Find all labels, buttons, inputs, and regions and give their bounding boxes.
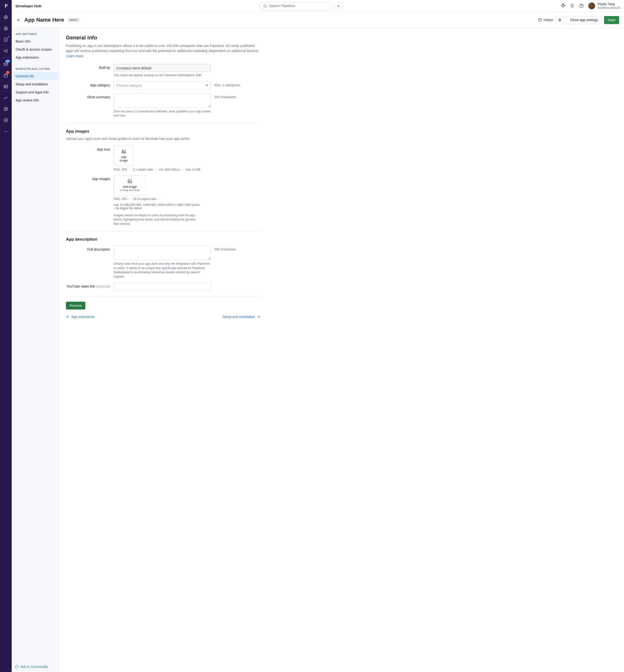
logo[interactable] <box>0 0 12 12</box>
svg-point-11 <box>264 4 266 7</box>
search-icon <box>263 4 267 8</box>
page-title: App Name Here <box>24 17 64 23</box>
nav-mail[interactable]: 27 <box>0 59 12 70</box>
page-header: App Name Here DRAFT Helper Close app set… <box>12 12 624 28</box>
svg-rect-16 <box>122 150 125 153</box>
delete-button[interactable] <box>556 16 564 24</box>
section-heading-images: App images <box>66 129 260 134</box>
search-input[interactable] <box>259 2 332 10</box>
tips-icon[interactable] <box>570 3 575 8</box>
app-images-hint: Images should be helpful to users by ill… <box>113 214 201 226</box>
nav-campaigns[interactable] <box>0 45 12 56</box>
nav-marketplace[interactable] <box>0 115 12 126</box>
youtube-field[interactable] <box>113 283 211 291</box>
built-by-label: Built by <box>66 64 110 78</box>
save-button[interactable]: Save <box>604 16 619 24</box>
chat-icon <box>15 665 19 669</box>
user-menu[interactable]: Phyllis Yang Sandbox account <box>588 2 620 9</box>
built-by-field[interactable] <box>113 64 211 72</box>
sidebar-item-oauth[interactable]: OAuth & access scopes <box>13 46 58 53</box>
youtube-label: YouTube video link (optional) <box>66 283 110 291</box>
sidebar-section-app-settings: APP SETTINGS <box>13 32 58 38</box>
svg-rect-3 <box>4 38 7 41</box>
full-description-aside: 350 characters <box>214 246 248 279</box>
svg-point-1 <box>5 17 6 18</box>
app-icon-meta: PNG, JPG• 1:1 aspect ratio• min 256×256 … <box>113 168 211 171</box>
status-badge: DRAFT <box>68 18 80 22</box>
images-lead: Upload your app's icon and visual guides… <box>66 136 260 141</box>
summary-aside: 350 characters <box>214 94 248 118</box>
user-sub: Sandbox account <box>597 6 620 9</box>
section-heading-description: App description <box>66 237 260 242</box>
image-icon <box>121 149 126 154</box>
edit-company-link[interactable]: Edit <box>196 73 201 77</box>
svg-point-10 <box>7 131 7 132</box>
close-settings-button[interactable]: Close app settings <box>566 16 602 24</box>
app-icon-upload[interactable]: Add image <box>113 146 134 166</box>
nav-calendar[interactable]: 1 <box>0 70 12 81</box>
summary-textarea[interactable] <box>113 94 211 107</box>
app-images-upload[interactable]: Add image or drag and drop <box>113 175 146 195</box>
hub-title: Developer Hub <box>16 4 41 8</box>
add-button[interactable] <box>334 2 342 10</box>
sidebar-item-setup[interactable]: Setup and installation <box>13 80 58 88</box>
general-lead: Publishing an app in our Marketplace all… <box>66 43 260 59</box>
svg-rect-6 <box>4 85 8 88</box>
summary-hint: Give the user a 1-3 sentenced overview, … <box>113 109 211 118</box>
full-description-label: Full description <box>66 246 110 279</box>
nav-contacts[interactable] <box>0 81 12 92</box>
sidebar-section-marketplace: MARKETPLACE LISTING <box>13 67 58 72</box>
svg-rect-18 <box>128 179 132 183</box>
full-description-hint: Clearly state what your app does and why… <box>113 262 211 279</box>
svg-point-8 <box>4 131 5 132</box>
app-images-label: App images <box>66 175 110 226</box>
full-description-textarea[interactable] <box>113 246 211 260</box>
help-circle-icon <box>538 18 542 22</box>
nav-products[interactable] <box>0 103 12 115</box>
app-images-meta: PNG, JPG• 16:10 aspect ratio• max 10 MB1… <box>113 197 201 210</box>
sidebar-item-general-info[interactable]: General info <box>13 72 58 80</box>
chevron-down-icon <box>206 84 208 86</box>
svg-rect-4 <box>4 63 8 66</box>
svg-point-0 <box>4 16 7 19</box>
sidebar: APP SETTINGS Basic info OAuth & access s… <box>12 28 59 672</box>
helper-link[interactable]: Helper <box>538 18 553 22</box>
sidebar-item-extensions[interactable]: App extensions <box>13 53 58 61</box>
trash-icon <box>558 18 562 22</box>
arrow-right-icon <box>257 315 260 319</box>
section-heading-general: General info <box>66 34 260 41</box>
calendar-badge: 1 <box>6 71 10 74</box>
app-icon-label: App icon <box>66 146 110 171</box>
help-icon[interactable] <box>579 3 584 8</box>
nav-rail: 27 1 <box>0 0 12 672</box>
category-select[interactable]: Choose category <box>113 81 211 90</box>
svg-point-9 <box>6 131 6 132</box>
back-button[interactable] <box>17 18 21 22</box>
nav-deals[interactable] <box>0 23 12 34</box>
learn-more-link[interactable]: Learn more <box>66 54 83 58</box>
sidebar-item-basic-info[interactable]: Basic info <box>13 38 58 45</box>
preview-button[interactable]: Preview <box>66 302 85 309</box>
built-by-hint: This name will appear publicly on the Pi… <box>113 73 211 78</box>
topbar: Developer Hub Phyllis Yang Sandbox accou… <box>12 0 624 12</box>
next-link[interactable]: Setup and installation <box>223 315 260 319</box>
content: General info Publishing an app in our Ma… <box>59 28 624 672</box>
avatar <box>588 2 595 9</box>
category-label: App category <box>66 81 110 90</box>
nav-insights[interactable] <box>0 92 12 103</box>
sidebar-item-support[interactable]: Support and legal info <box>13 88 58 96</box>
nav-more[interactable] <box>0 126 12 137</box>
user-name: Phyllis Yang <box>597 2 620 6</box>
sidebar-item-review[interactable]: App review info <box>13 96 58 104</box>
image-icon <box>127 179 132 184</box>
arrow-left-icon <box>66 315 70 319</box>
nav-activities[interactable] <box>0 34 12 45</box>
extensions-icon[interactable] <box>561 3 565 8</box>
prev-link[interactable]: App extensions <box>66 315 95 319</box>
mail-badge: 27 <box>5 59 10 63</box>
category-aside: Max. 2 categories <box>214 81 248 90</box>
summary-label: Short summary <box>66 94 110 118</box>
nav-focus[interactable] <box>0 12 12 23</box>
ask-community-link[interactable]: Ask in Community <box>15 665 48 669</box>
svg-rect-5 <box>4 74 7 77</box>
